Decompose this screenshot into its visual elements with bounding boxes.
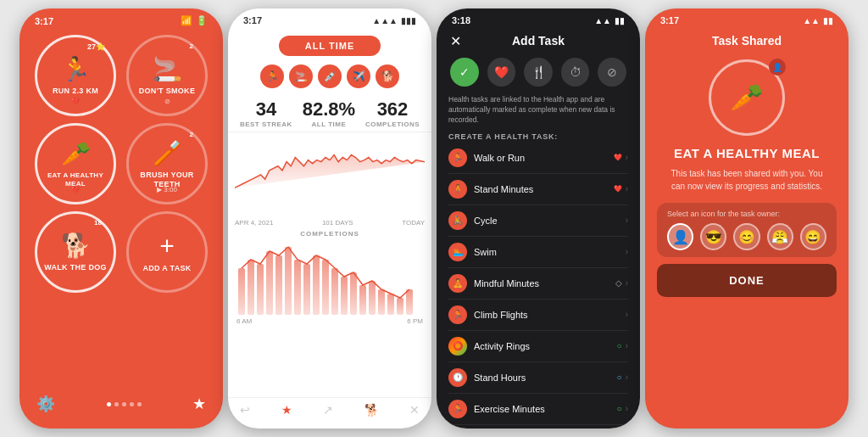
s4-status-icons: ▲▲ ▮▮: [803, 16, 833, 25]
hours-badge: ○: [617, 373, 622, 382]
time-end: 6 PM: [407, 317, 423, 325]
stand-heart-badge: ❤️: [614, 185, 622, 193]
task-climb[interactable]: 🏃 Climb Flights ›: [448, 300, 628, 331]
svg-rect-2: [257, 264, 264, 315]
done-button[interactable]: DONE: [657, 264, 837, 297]
task-hours-icon: 🕐: [448, 368, 467, 387]
task-add[interactable]: + ADD A TASK: [126, 211, 208, 293]
s2-dog-icon[interactable]: 🐕: [376, 64, 399, 88]
type-stop[interactable]: ⊘: [598, 58, 626, 87]
share-icon[interactable]: ↩: [240, 403, 250, 417]
rings-chevron: ›: [626, 341, 628, 350]
dot-3: [122, 402, 126, 406]
task-stand-icon: 🧍: [448, 180, 467, 199]
s2-dog-icon[interactable]: 🐕: [364, 403, 379, 417]
task-mindful-icon: 🧘: [448, 274, 467, 293]
task-cycle[interactable]: 🚴 Cycle ›: [448, 205, 628, 237]
task-climb-name: Climb Flights: [474, 310, 626, 320]
s2-status-bar: 3:17 ▲▲▲ ▮▮▮: [228, 8, 431, 29]
s3-info-text: Health tasks are linked to the Health ap…: [437, 92, 640, 129]
svg-rect-3: [266, 251, 273, 315]
s2-wifi-icon: ▲▲▲: [372, 16, 398, 25]
svg-rect-11: [341, 277, 348, 315]
task-stand-hours[interactable]: 🕐 Stand Hours ○ ›: [448, 362, 628, 394]
s3-wifi: ▲▲: [594, 16, 611, 25]
meal-icon: 🥕: [61, 140, 91, 168]
s3-type-icons: ✓ ❤️ 🍴 ⏱ ⊘: [437, 53, 640, 92]
dog-label: WALK THE DOG: [44, 263, 107, 272]
stat-completions: 362 COMPLETIONS: [365, 98, 420, 128]
task-brush-teeth[interactable]: 🪥 BRUSH YOUR TEETH 2 ▶ 3:00: [126, 123, 208, 204]
screen1: 3:17 📶 🔋 🏃 RUN 2.3 KM 27⭐ ❤️ 🚬 DON'T SMO…: [19, 8, 223, 429]
best-streak-label: BEST STREAK: [240, 120, 292, 128]
task-exercise-icon: 🏃: [448, 400, 467, 418]
screen4: 3:17 ▲▲ ▮▮ Task Shared 🥕 👤 EAT A HEALTHY…: [645, 8, 849, 429]
svg-rect-13: [359, 285, 366, 315]
line-chart: [228, 132, 431, 217]
svg-rect-5: [285, 247, 292, 315]
mindful-chevron: ›: [626, 278, 628, 288]
ring-badge: ○: [617, 341, 622, 350]
task-run[interactable]: 🏃 RUN 2.3 KM 27⭐ ❤️: [35, 35, 116, 116]
avatar-2[interactable]: 😊: [733, 223, 760, 250]
task-mindful[interactable]: 🧘 Mindful Minutes ◇ ›: [448, 268, 628, 300]
avatar-4[interactable]: 😄: [800, 223, 826, 250]
task-activity-rings[interactable]: ⭕ Activity Rings ○ ›: [448, 331, 628, 362]
task-cycle-icon: 🚴: [448, 211, 467, 230]
type-check[interactable]: ✓: [450, 58, 479, 87]
s2-smoke-icon[interactable]: 🚬: [289, 64, 313, 88]
task-swim-icon: 🏊: [448, 243, 467, 261]
star-icon[interactable]: ★: [192, 395, 206, 413]
task-stand-minutes[interactable]: 🧍 Stand Minutes ❤️ ›: [448, 174, 628, 205]
s2-syringe-icon[interactable]: 💉: [318, 64, 342, 88]
s3-status-bar: 3:18 ▲▲ ▮▮: [437, 8, 640, 29]
svg-rect-10: [331, 268, 338, 315]
svg-rect-16: [387, 294, 394, 315]
task-walk-run[interactable]: 🏃 Walk or Run ❤️ ›: [448, 143, 628, 174]
dot-2: [114, 402, 119, 406]
dot-5: [137, 402, 142, 406]
task-eat-meal[interactable]: 🥕 EAT A HEALTHY MEAL ❤️: [35, 123, 116, 204]
s4-wifi: ▲▲: [803, 16, 820, 25]
type-heart[interactable]: ❤️: [487, 58, 516, 87]
add-icon: +: [159, 232, 175, 261]
task-burn[interactable]: 🔥 Burn Active Energy ›: [448, 425, 628, 429]
dot-4: [130, 402, 134, 406]
task-exercise[interactable]: 🏃 Exercise Minutes ○ ›: [448, 394, 628, 425]
fav-icon[interactable]: ★: [281, 403, 292, 417]
task-no-smoke[interactable]: 🚬 DON'T SMOKE 2 ⊘: [126, 35, 208, 116]
svg-rect-0: [238, 268, 245, 315]
avatar-3[interactable]: 😤: [767, 223, 793, 250]
type-timer[interactable]: ⏱: [561, 58, 590, 87]
period-button[interactable]: ALL TIME: [279, 36, 381, 56]
close-icon[interactable]: ✕: [409, 403, 420, 417]
no-smoke-icon: 🚬: [153, 55, 182, 83]
s3-time: 3:18: [452, 15, 470, 25]
svg-rect-18: [406, 289, 413, 315]
s4-status-bar: 3:17 ▲▲ ▮▮: [645, 8, 849, 29]
wifi-icon: 📶: [181, 15, 192, 26]
teeth-icon: 🪥: [153, 139, 182, 167]
exercise-chevron: ›: [626, 404, 628, 413]
avatar-1[interactable]: 😎: [700, 223, 726, 250]
svg-rect-4: [275, 255, 282, 315]
bar-chart: [228, 239, 431, 316]
time-start: 6 AM: [236, 317, 252, 325]
task-swim[interactable]: 🏊 Swim ›: [448, 237, 628, 268]
export-icon[interactable]: ↗: [323, 403, 333, 417]
type-food[interactable]: 🍴: [524, 58, 553, 87]
avatar-row: 👤 😎 😊 😤 😄: [667, 223, 826, 250]
task-walk-dog[interactable]: 🐕 WALK THE DOG 18: [35, 211, 116, 293]
svg-rect-15: [378, 289, 385, 315]
exercise-badge: ○: [617, 404, 622, 413]
s3-close-button[interactable]: ✕: [450, 33, 461, 49]
svg-rect-1: [248, 260, 254, 315]
s3-section-title: CREATE A HEALTH TASK:: [437, 129, 640, 143]
avatar-0[interactable]: 👤: [667, 223, 693, 250]
s2-bottom-bar: ↩ ★ ↗ 🐕 ✕: [228, 397, 431, 422]
s1-bottom-bar: ⚙️ ★: [19, 388, 223, 420]
stat-all-time: 82.8% ALL TIME: [303, 98, 355, 128]
s2-run-icon[interactable]: 🏃: [260, 64, 284, 88]
settings-icon[interactable]: ⚙️: [36, 395, 55, 413]
s2-plane-icon[interactable]: ✈️: [347, 64, 370, 88]
